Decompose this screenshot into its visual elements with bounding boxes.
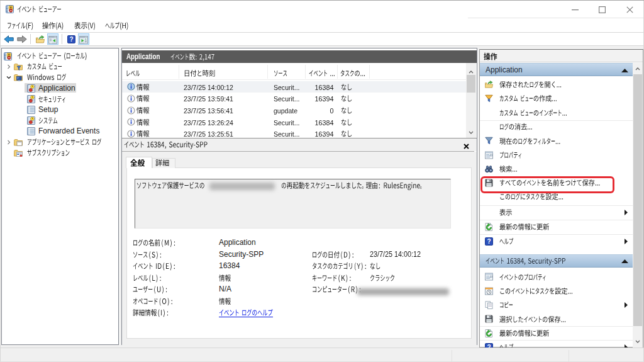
svg-text:?: ? [69, 36, 73, 43]
svg-text:?: ? [487, 238, 491, 245]
